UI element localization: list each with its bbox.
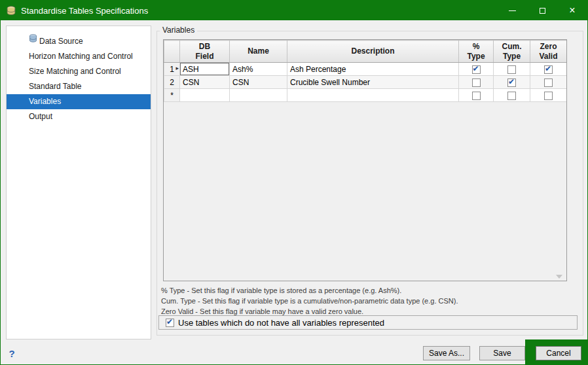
table-row: 1▸ASHAsh%Ash Percentage xyxy=(164,63,567,76)
flag-help-text: % Type - Set this flag if variable type … xyxy=(161,285,574,317)
cum-type-checkbox[interactable] xyxy=(507,65,516,74)
sidebar-item-label: Output xyxy=(29,112,52,121)
cell-db-field[interactable] xyxy=(180,89,230,102)
window-title: Standardise Tables Specifications xyxy=(21,6,148,16)
sidebar-item-data-source[interactable]: Data Source xyxy=(7,34,151,49)
sidebar: Data Source Horizon Matching and Control… xyxy=(6,26,151,339)
use-tables-label: Use tables which do not have all variabl… xyxy=(178,318,384,328)
cell-cum-type[interactable] xyxy=(494,63,530,76)
group-label: Variables xyxy=(160,26,197,35)
use-tables-option: Use tables which do not have all variabl… xyxy=(158,315,578,330)
column-header-cum-type[interactable]: Cum. Type xyxy=(494,41,530,63)
cum-type-checkbox[interactable] xyxy=(507,92,516,100)
current-row-icon: ▸ xyxy=(175,65,179,71)
column-header-name[interactable]: Name xyxy=(230,41,287,63)
save-button[interactable]: Save xyxy=(479,346,525,360)
table-row: * xyxy=(164,89,567,102)
zero-valid-checkbox[interactable] xyxy=(544,78,553,87)
close-button[interactable]: × xyxy=(557,1,587,20)
dialog-window: Standardise Tables Specifications × Data… xyxy=(0,0,588,365)
cum-type-checkbox[interactable] xyxy=(507,78,516,87)
minimize-button[interactable] xyxy=(497,1,527,20)
minimize-icon xyxy=(509,10,516,11)
cell-cum-type[interactable] xyxy=(494,76,530,89)
sidebar-item-label: Variables xyxy=(29,97,61,106)
zero-valid-checkbox[interactable] xyxy=(544,65,553,74)
titlebar: Standardise Tables Specifications × xyxy=(1,1,587,20)
cell-name[interactable]: Ash% xyxy=(230,63,287,76)
column-header-pct-type[interactable]: % Type xyxy=(459,41,494,63)
cell-db-field[interactable]: ASH xyxy=(180,63,230,76)
maximize-button[interactable] xyxy=(527,1,557,20)
variables-grid: DB Field Name Description % Type Cum. Ty… xyxy=(163,39,567,281)
use-tables-checkbox[interactable] xyxy=(166,319,174,327)
sidebar-item-label: Size Matching and Control xyxy=(29,67,121,76)
sidebar-item-label: Standard Table xyxy=(29,82,82,91)
save-as-button[interactable]: Save As... xyxy=(423,346,470,360)
cell-description[interactable]: Ash Percentage xyxy=(287,63,459,76)
cell-zero-valid[interactable] xyxy=(530,76,567,89)
cell-pct-type[interactable] xyxy=(459,76,494,89)
help-button[interactable]: ? xyxy=(6,347,18,360)
pct-type-checkbox[interactable] xyxy=(472,92,481,100)
database-app-icon xyxy=(7,6,16,16)
close-icon: × xyxy=(569,5,575,16)
maximize-icon xyxy=(540,8,545,14)
sidebar-item-output[interactable]: Output xyxy=(7,109,151,124)
cell-name[interactable] xyxy=(230,89,287,102)
row-header[interactable]: * xyxy=(164,89,180,102)
variables-group: Variables DB Field Name Description % Ty… xyxy=(156,31,583,336)
cell-description[interactable]: Crucible Swell Number xyxy=(287,76,459,89)
cell-cum-type[interactable] xyxy=(494,89,530,102)
pct-type-checkbox[interactable] xyxy=(472,78,481,87)
cell-pct-type[interactable] xyxy=(459,89,494,102)
cell-pct-type[interactable] xyxy=(459,63,494,76)
cell-zero-valid[interactable] xyxy=(530,63,567,76)
help-line-pct-type: % Type - Set this flag if variable type … xyxy=(161,285,574,296)
column-header-db-field[interactable]: DB Field xyxy=(180,41,230,63)
cell-zero-valid[interactable] xyxy=(530,89,567,102)
row-header[interactable]: 2 xyxy=(164,76,180,89)
cancel-button[interactable]: Cancel xyxy=(536,346,581,360)
sidebar-item-standard-table[interactable]: Standard Table xyxy=(7,79,151,94)
column-header-zero-valid[interactable]: Zero Valid xyxy=(530,41,567,63)
sidebar-item-label: Horizon Matching and Control xyxy=(29,52,133,61)
table-row: 2CSNCSNCrucible Swell Number xyxy=(164,76,567,89)
cell-description[interactable] xyxy=(287,89,459,102)
row-header[interactable]: 1▸ xyxy=(164,63,180,76)
grid-corner xyxy=(164,41,180,63)
sidebar-item-variables[interactable]: Variables xyxy=(7,94,151,109)
cell-db-field[interactable]: CSN xyxy=(180,76,230,89)
database-icon xyxy=(29,33,39,48)
grid-body: 1▸ASHAsh%Ash Percentage2CSNCSNCrucible S… xyxy=(164,63,567,102)
cell-name[interactable]: CSN xyxy=(230,76,287,89)
sidebar-item-label: Data Source xyxy=(39,37,83,46)
column-header-description[interactable]: Description xyxy=(287,41,459,63)
sidebar-item-horizon-matching[interactable]: Horizon Matching and Control xyxy=(7,49,151,64)
sidebar-item-size-matching[interactable]: Size Matching and Control xyxy=(7,64,151,79)
pct-type-checkbox[interactable] xyxy=(472,65,481,74)
help-line-cum-type: Cum. Type - Set this flag if variable ty… xyxy=(161,296,574,306)
zero-valid-checkbox[interactable] xyxy=(544,92,553,100)
scroll-down-icon[interactable] xyxy=(556,275,562,279)
